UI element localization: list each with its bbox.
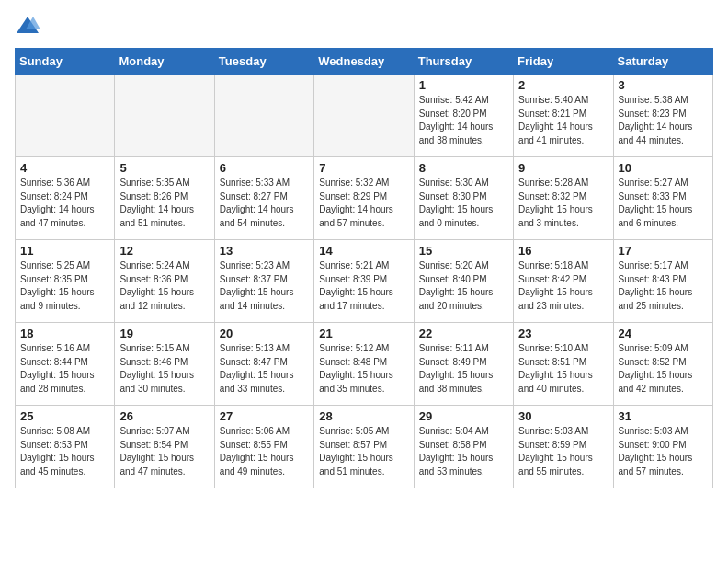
day-info: Sunrise: 5:27 AM Sunset: 8:33 PM Dayligh… <box>619 177 708 230</box>
calendar-cell: 4Sunrise: 5:36 AM Sunset: 8:24 PM Daylig… <box>16 157 115 240</box>
day-info: Sunrise: 5:08 AM Sunset: 8:53 PM Dayligh… <box>20 425 109 478</box>
weekday-header-tuesday: Tuesday <box>214 49 313 75</box>
day-number: 19 <box>119 327 209 340</box>
day-number: 24 <box>619 327 708 340</box>
day-info: Sunrise: 5:12 AM Sunset: 8:48 PM Dayligh… <box>319 342 408 396</box>
calendar-cell <box>115 75 214 157</box>
weekday-header-saturday: Saturday <box>613 49 712 75</box>
calendar-cell <box>16 75 115 157</box>
day-number: 12 <box>119 244 209 258</box>
day-number: 21 <box>319 327 408 340</box>
calendar-cell: 7Sunrise: 5:32 AM Sunset: 8:29 PM Daylig… <box>314 157 414 240</box>
day-info: Sunrise: 5:25 AM Sunset: 8:35 PM Dayligh… <box>20 259 109 313</box>
calendar-cell: 26Sunrise: 5:07 AM Sunset: 8:54 PM Dayli… <box>115 406 214 488</box>
calendar-cell: 15Sunrise: 5:20 AM Sunset: 8:40 PM Dayli… <box>414 240 513 323</box>
day-number: 28 <box>319 409 408 423</box>
day-info: Sunrise: 5:05 AM Sunset: 8:57 PM Dayligh… <box>319 425 408 478</box>
calendar-cell: 24Sunrise: 5:09 AM Sunset: 8:52 PM Dayli… <box>613 323 712 406</box>
day-info: Sunrise: 5:09 AM Sunset: 8:52 PM Dayligh… <box>619 342 708 396</box>
day-number: 6 <box>220 161 309 175</box>
day-number: 7 <box>319 161 408 175</box>
day-number: 27 <box>220 409 309 423</box>
week-row-4: 25Sunrise: 5:08 AM Sunset: 8:53 PM Dayli… <box>16 406 713 488</box>
day-info: Sunrise: 5:42 AM Sunset: 8:20 PM Dayligh… <box>419 94 508 147</box>
calendar-cell: 12Sunrise: 5:24 AM Sunset: 8:36 PM Dayli… <box>115 240 214 323</box>
calendar-body: 1Sunrise: 5:42 AM Sunset: 8:20 PM Daylig… <box>16 75 713 488</box>
calendar-cell: 16Sunrise: 5:18 AM Sunset: 8:42 PM Dayli… <box>514 240 613 323</box>
page-header <box>15 15 713 37</box>
day-info: Sunrise: 5:16 AM Sunset: 8:44 PM Dayligh… <box>20 342 109 396</box>
day-number: 13 <box>220 244 309 258</box>
day-number: 9 <box>518 161 608 175</box>
day-info: Sunrise: 5:35 AM Sunset: 8:26 PM Dayligh… <box>119 177 209 230</box>
day-info: Sunrise: 5:10 AM Sunset: 8:51 PM Dayligh… <box>518 342 608 396</box>
day-info: Sunrise: 5:30 AM Sunset: 8:30 PM Dayligh… <box>419 177 508 230</box>
day-info: Sunrise: 5:24 AM Sunset: 8:36 PM Dayligh… <box>119 259 209 313</box>
calendar-cell: 11Sunrise: 5:25 AM Sunset: 8:35 PM Dayli… <box>16 240 115 323</box>
calendar-cell: 14Sunrise: 5:21 AM Sunset: 8:39 PM Dayli… <box>314 240 414 323</box>
day-number: 5 <box>119 161 209 175</box>
calendar-cell: 9Sunrise: 5:28 AM Sunset: 8:32 PM Daylig… <box>514 157 613 240</box>
calendar-cell: 20Sunrise: 5:13 AM Sunset: 8:47 PM Dayli… <box>214 323 313 406</box>
day-info: Sunrise: 5:15 AM Sunset: 8:46 PM Dayligh… <box>119 342 209 396</box>
calendar-cell: 31Sunrise: 5:03 AM Sunset: 9:00 PM Dayli… <box>613 406 712 488</box>
weekday-header-row: SundayMondayTuesdayWednesdayThursdayFrid… <box>16 49 713 75</box>
calendar-cell: 21Sunrise: 5:12 AM Sunset: 8:48 PM Dayli… <box>314 323 414 406</box>
day-number: 17 <box>619 244 708 258</box>
day-info: Sunrise: 5:06 AM Sunset: 8:55 PM Dayligh… <box>220 425 309 478</box>
day-number: 31 <box>619 409 708 423</box>
day-number: 11 <box>20 244 109 258</box>
calendar-cell: 1Sunrise: 5:42 AM Sunset: 8:20 PM Daylig… <box>414 75 513 157</box>
day-number: 18 <box>20 327 109 340</box>
day-info: Sunrise: 5:20 AM Sunset: 8:40 PM Dayligh… <box>419 259 508 313</box>
calendar-cell: 25Sunrise: 5:08 AM Sunset: 8:53 PM Dayli… <box>16 406 115 488</box>
weekday-header-wednesday: Wednesday <box>314 49 414 75</box>
day-number: 20 <box>220 327 309 340</box>
day-info: Sunrise: 5:21 AM Sunset: 8:39 PM Dayligh… <box>319 259 408 313</box>
weekday-header-thursday: Thursday <box>414 49 513 75</box>
day-number: 25 <box>20 409 109 423</box>
week-row-0: 1Sunrise: 5:42 AM Sunset: 8:20 PM Daylig… <box>16 75 713 157</box>
calendar-cell: 27Sunrise: 5:06 AM Sunset: 8:55 PM Dayli… <box>214 406 313 488</box>
calendar-cell: 18Sunrise: 5:16 AM Sunset: 8:44 PM Dayli… <box>16 323 115 406</box>
calendar-cell: 13Sunrise: 5:23 AM Sunset: 8:37 PM Dayli… <box>214 240 313 323</box>
calendar-cell: 10Sunrise: 5:27 AM Sunset: 8:33 PM Dayli… <box>613 157 712 240</box>
calendar-cell: 19Sunrise: 5:15 AM Sunset: 8:46 PM Dayli… <box>115 323 214 406</box>
calendar-cell: 28Sunrise: 5:05 AM Sunset: 8:57 PM Dayli… <box>314 406 414 488</box>
day-number: 3 <box>619 78 708 92</box>
day-info: Sunrise: 5:03 AM Sunset: 9:00 PM Dayligh… <box>619 425 708 478</box>
weekday-header-friday: Friday <box>514 49 613 75</box>
day-number: 16 <box>518 244 608 258</box>
day-info: Sunrise: 5:04 AM Sunset: 8:58 PM Dayligh… <box>419 425 508 478</box>
day-number: 23 <box>518 327 608 340</box>
calendar-cell: 22Sunrise: 5:11 AM Sunset: 8:49 PM Dayli… <box>414 323 513 406</box>
calendar-cell: 29Sunrise: 5:04 AM Sunset: 8:58 PM Dayli… <box>414 406 513 488</box>
day-number: 2 <box>518 78 608 92</box>
day-info: Sunrise: 5:18 AM Sunset: 8:42 PM Dayligh… <box>518 259 608 313</box>
day-info: Sunrise: 5:36 AM Sunset: 8:24 PM Dayligh… <box>20 177 109 230</box>
logo-icon <box>15 15 40 37</box>
calendar-cell: 6Sunrise: 5:33 AM Sunset: 8:27 PM Daylig… <box>214 157 313 240</box>
calendar-cell: 23Sunrise: 5:10 AM Sunset: 8:51 PM Dayli… <box>514 323 613 406</box>
calendar-cell <box>214 75 313 157</box>
weekday-header-monday: Monday <box>115 49 214 75</box>
day-number: 15 <box>419 244 508 258</box>
day-info: Sunrise: 5:11 AM Sunset: 8:49 PM Dayligh… <box>419 342 508 396</box>
logo <box>15 15 44 37</box>
day-info: Sunrise: 5:32 AM Sunset: 8:29 PM Dayligh… <box>319 177 408 230</box>
day-number: 4 <box>20 161 109 175</box>
calendar-cell <box>314 75 414 157</box>
day-number: 29 <box>419 409 508 423</box>
calendar-cell: 30Sunrise: 5:03 AM Sunset: 8:59 PM Dayli… <box>514 406 613 488</box>
calendar-cell: 17Sunrise: 5:17 AM Sunset: 8:43 PM Dayli… <box>613 240 712 323</box>
day-info: Sunrise: 5:23 AM Sunset: 8:37 PM Dayligh… <box>220 259 309 313</box>
day-info: Sunrise: 5:28 AM Sunset: 8:32 PM Dayligh… <box>518 177 608 230</box>
weekday-header-sunday: Sunday <box>16 49 115 75</box>
day-number: 26 <box>119 409 209 423</box>
day-number: 8 <box>419 161 508 175</box>
day-number: 10 <box>619 161 708 175</box>
day-info: Sunrise: 5:03 AM Sunset: 8:59 PM Dayligh… <box>518 425 608 478</box>
day-info: Sunrise: 5:38 AM Sunset: 8:23 PM Dayligh… <box>619 94 708 147</box>
day-number: 14 <box>319 244 408 258</box>
day-info: Sunrise: 5:13 AM Sunset: 8:47 PM Dayligh… <box>220 342 309 396</box>
